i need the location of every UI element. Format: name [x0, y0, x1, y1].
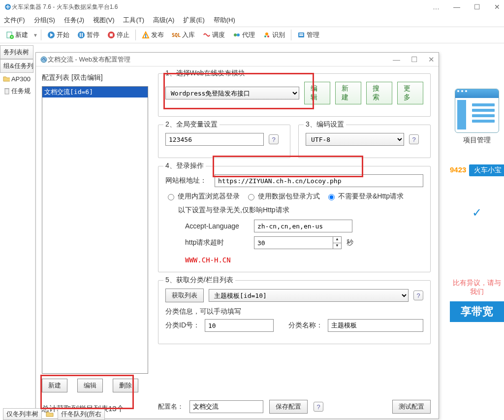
svg-rect-17	[5, 89, 9, 94]
spin-down[interactable]: ▼	[333, 243, 341, 249]
toolbar: 新建 ▼ 开始 暂停 停止 发布 SQL入库 调度 代理 识别 管理	[0, 27, 504, 43]
cat-id-input[interactable]	[205, 319, 274, 332]
detect-icon	[263, 31, 271, 39]
schedule-icon	[203, 31, 211, 39]
svg-point-11	[265, 32, 268, 35]
menu-file[interactable]: 文件(F)	[4, 16, 25, 25]
cfg-list-label: 配置列表 [双击编辑]	[42, 73, 148, 82]
encoding-select[interactable]: UTF-8	[306, 133, 404, 146]
tb-publish[interactable]: 发布	[139, 29, 167, 41]
close-button[interactable]: ✕	[494, 3, 500, 11]
maximize-button[interactable]: ☐	[474, 3, 480, 11]
blue-banner[interactable]: 享带宽	[450, 301, 504, 322]
count-value: 9423	[450, 165, 466, 174]
tb-start[interactable]: 开始	[44, 29, 72, 41]
mod-more-button[interactable]: 更多	[397, 82, 423, 104]
menu-group[interactable]: 分组(S)	[34, 16, 55, 25]
menu-ext[interactable]: 扩展(E)	[183, 16, 204, 25]
section3-label: 3、编码设置	[304, 120, 346, 129]
menu-tool[interactable]: 工具(T)	[123, 16, 144, 25]
root-url-input[interactable]	[215, 174, 423, 187]
blue-pill[interactable]: 火车小宝	[469, 164, 504, 176]
tb-detect[interactable]: 识别	[260, 29, 288, 41]
footer-tab-2[interactable]: 仟冬队列(所右	[58, 408, 105, 420]
tb-pause[interactable]: 暂停	[74, 29, 102, 41]
cfg-name-input[interactable]	[189, 400, 263, 413]
svg-point-10	[237, 33, 240, 36]
left-panel: 配置列表 [双击编辑] 文档交流[id=6] 新建 编辑 删除 总计获取到栏目列…	[36, 66, 153, 419]
menu-view[interactable]: 视图(V)	[93, 16, 114, 25]
help-icon[interactable]: ?	[409, 134, 419, 144]
section-encoding: 3、编码设置 UTF-8?	[298, 125, 431, 158]
dlg-close[interactable]: ✕	[428, 55, 435, 64]
svg-rect-15	[299, 33, 303, 34]
login-opt1[interactable]: 使用内置浏览器登录	[165, 192, 240, 201]
dots-button[interactable]: …	[433, 3, 440, 11]
menu-task[interactable]: 任务(J)	[64, 16, 84, 25]
section5-label: 5、获取分类/栏目列表	[163, 276, 235, 285]
sql-icon: SQL	[172, 32, 181, 38]
section2-label: 2、全局变量设置	[163, 120, 220, 129]
right-column: 项目管理 9423火车小宝 ✓ 比有异议，请与我们 享带宽	[450, 74, 504, 322]
tb-import[interactable]: SQL入库	[169, 29, 198, 41]
dlg-min[interactable]: —	[393, 55, 400, 64]
tb-schedule[interactable]: 调度	[200, 29, 228, 41]
menu-help[interactable]: 帮助(H)	[214, 16, 235, 25]
accept-lang-input[interactable]	[254, 220, 352, 232]
get-list-button[interactable]: 获取列表	[165, 289, 204, 302]
section-login: 4、登录操作 网站根地址： 使用内置浏览器登录 使用数据包登录方式 不需要登录&…	[158, 166, 431, 272]
login-opt2[interactable]: 使用数据包登录方式	[246, 192, 320, 201]
login-opt3[interactable]: 不需要登录&Http请求	[326, 192, 404, 201]
dropdown-icon[interactable]: ▼	[33, 32, 38, 38]
save-cfg-button[interactable]: 保存配置	[269, 400, 308, 414]
side-item-taskrule[interactable]: 任务规	[0, 85, 33, 97]
mod-edit-button[interactable]: 编辑	[304, 82, 330, 104]
help-icon[interactable]: ?	[413, 291, 423, 300]
side-tab-list[interactable]: 务列表树	[0, 45, 33, 59]
tb-stop[interactable]: 停止	[104, 29, 132, 41]
svg-rect-8	[110, 33, 113, 36]
menubar: 文件(F) 分组(S) 任务(J) 视图(V) 工具(T) 高级(A) 扩展(E…	[0, 14, 504, 27]
help-icon[interactable]: ?	[314, 402, 323, 412]
timeout-spinner[interactable]: ▲▼	[254, 236, 342, 249]
svg-rect-16	[299, 35, 303, 36]
side-item-ap300[interactable]: AP300	[0, 73, 33, 85]
section-module: 1、选择Web在线发布模块 Wordpress免登陆发布接口 编辑 新建 搜索 …	[158, 73, 431, 117]
left-new-button[interactable]: 新建	[42, 379, 67, 392]
main-title: 火车采集器 7.6 - 火车头数据采集平台1.6	[12, 3, 118, 11]
project-card[interactable]	[450, 89, 504, 133]
footer-tabs: 仅冬列丰树 仟冬队列(所右	[0, 408, 108, 420]
timeout-input[interactable]	[254, 236, 333, 249]
side-tab-group[interactable]: 组&任务列	[0, 59, 33, 73]
dlg-max[interactable]: ☐	[411, 55, 417, 64]
test-cfg-button[interactable]: 测试配置	[392, 400, 431, 414]
footer-tab-1[interactable]: 仅冬列丰树	[3, 408, 42, 420]
app-icon	[4, 3, 12, 11]
root-url-label: 网站根地址：	[165, 176, 210, 185]
tb-manage[interactable]: 管理	[294, 29, 322, 41]
menu-advanced[interactable]: 高级(A)	[153, 16, 174, 25]
new-icon	[6, 31, 14, 39]
tb-proxy[interactable]: 代理	[230, 29, 258, 41]
check-icon: ✓	[450, 206, 504, 220]
delete-icon	[3, 87, 10, 95]
tb-new[interactable]: 新建	[3, 29, 31, 41]
minimize-button[interactable]: —	[453, 3, 460, 11]
spin-up[interactable]: ▲	[333, 237, 341, 243]
folder-icon	[3, 75, 10, 83]
left-del-button[interactable]: 删除	[113, 379, 138, 392]
mod-new-button[interactable]: 新建	[335, 82, 361, 104]
template-select[interactable]: 主题模板[id=10]	[209, 289, 409, 302]
global-var-input[interactable]	[165, 133, 264, 146]
proxy-icon	[233, 31, 241, 39]
left-edit-button[interactable]: 编辑	[77, 379, 103, 392]
timeout-label: http请求超时	[185, 238, 249, 247]
cfg-item[interactable]: 文档交流[id=6]	[42, 87, 148, 97]
mod-search-button[interactable]: 搜索	[366, 82, 392, 104]
dialog-icon	[40, 56, 48, 64]
module-select[interactable]: Wordpress免登陆发布接口	[165, 87, 299, 99]
cat-name-input[interactable]	[328, 319, 423, 332]
help-icon[interactable]: ?	[269, 134, 279, 144]
cfg-list[interactable]: 文档交流[id=6]	[42, 86, 148, 374]
folder-icon	[46, 410, 54, 418]
